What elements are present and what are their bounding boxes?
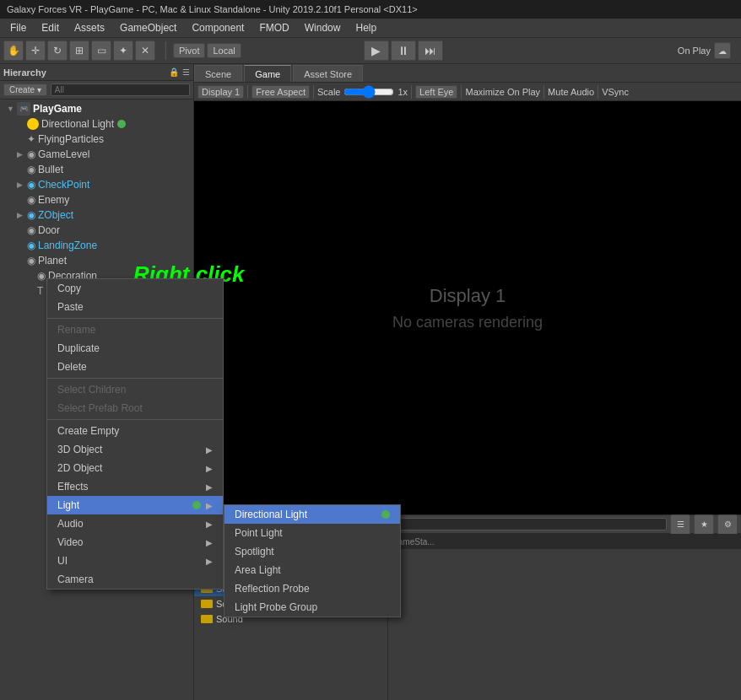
ctx-paste[interactable]: Paste [47, 298, 223, 316]
assets-search-input[interactable] [392, 518, 667, 530]
ctx-select-prefab-root: Select Prefab Root [47, 399, 223, 417]
tree-item-directional-light[interactable]: Directional Light [0, 116, 193, 132]
submenu-light: Directional Light Point Light Spotlight … [224, 504, 401, 617]
rect-tool[interactable]: ▭ [91, 40, 111, 61]
assets-settings-btn[interactable]: ⚙ [717, 514, 738, 535]
tree-item-zobject[interactable]: ▶ ◉ ZObject [0, 207, 193, 223]
subctx-dl-label: Directional Light [235, 509, 307, 520]
game-line1: Display 1 [392, 285, 543, 307]
tree-item-door[interactable]: ◉ Door [0, 223, 193, 238]
menu-assets[interactable]: Assets [68, 20, 111, 35]
tab-game[interactable]: Game [244, 65, 291, 82]
particle-icon: ✦ [27, 133, 35, 145]
pivot-select[interactable]: Pivot [173, 43, 205, 58]
scale-tool[interactable]: ⊞ [69, 40, 89, 61]
checkpoint-icon: ◉ [27, 179, 35, 191]
ctx-sc-label: Select Children [57, 384, 126, 396]
fst-icon: T [37, 285, 43, 297]
ctx-audio-label: Audio [57, 518, 84, 530]
subctx-directional-light[interactable]: Directional Light [224, 505, 400, 524]
folder-icon-scripts [201, 600, 213, 608]
menu-edit[interactable]: Edit [35, 20, 66, 35]
scale-label: Scale [317, 87, 341, 97]
menu-gameobject[interactable]: GameObject [113, 20, 183, 35]
scale-slider[interactable] [343, 85, 394, 99]
tree-item-gamelevel[interactable]: ▶ ◉ GameLevel [0, 147, 193, 162]
ctx-light[interactable]: Light ▶ [47, 496, 223, 514]
hand-tool[interactable]: ✋ [3, 40, 24, 61]
tree-item-planet[interactable]: ◉ Planet [0, 253, 193, 268]
custom-tool[interactable]: ✕ [135, 40, 155, 61]
green-dot-submenu [381, 510, 390, 519]
game-line2: No cameras rendering [392, 314, 543, 331]
pivot-group: Pivot Local [173, 43, 241, 58]
ctx-audio[interactable]: Audio ▶ [47, 514, 223, 533]
ctx-video[interactable]: Video ▶ [47, 533, 223, 552]
display-select[interactable]: Display 1 [197, 85, 244, 99]
ctx-3d-object[interactable]: 3D Object ▶ [47, 440, 223, 459]
ctx-2d-label: 2D Object [57, 462, 102, 474]
ctx-ui[interactable]: UI ▶ [47, 552, 223, 570]
rotate-tool[interactable]: ↻ [47, 40, 68, 61]
menu-component[interactable]: Component [185, 20, 251, 35]
game-sep-6 [598, 85, 598, 99]
pause-button[interactable]: ⏸ [391, 40, 416, 61]
ctx-copy[interactable]: Copy [47, 279, 223, 298]
vsync-label: VSync [602, 87, 629, 97]
scale-value: 1x [398, 87, 408, 97]
ctx-paste-label: Paste [57, 301, 84, 313]
ctx-sep-2 [47, 378, 223, 379]
tree-item-playgame[interactable]: ▼ 🎮 PlayGame [0, 101, 193, 116]
ctx-delete[interactable]: Delete [47, 358, 223, 376]
collab-btn[interactable]: ☁ [714, 42, 731, 59]
tree-item-bullet[interactable]: ◉ Bullet [0, 162, 193, 177]
subctx-spotlight[interactable]: Spotlight [224, 542, 400, 561]
ctx-2d-object[interactable]: 2D Object ▶ [47, 459, 223, 477]
local-select[interactable]: Local [207, 43, 241, 58]
maximize-label: Maximize On Play [465, 87, 540, 97]
hierarchy-toolbar: Create ▾ [0, 81, 193, 100]
tree-label-door: Door [38, 224, 60, 236]
tab-scene[interactable]: Scene [194, 65, 242, 82]
tree-label-enemy: Enemy [38, 194, 69, 206]
ctx-video-arrow: ▶ [206, 538, 213, 547]
menu-fmod[interactable]: FMOD [252, 20, 295, 35]
tree-item-landingzone[interactable]: ◉ LandingZone [0, 238, 193, 253]
lock-icon[interactable]: 🔒 [169, 67, 179, 77]
ctx-audio-arrow: ▶ [206, 520, 213, 529]
transform-tool[interactable]: ✦ [113, 40, 133, 61]
ctx-create-empty[interactable]: Create Empty [47, 422, 223, 440]
hierarchy-icons: 🔒 ☰ [169, 67, 190, 77]
subctx-rp-label: Reflection Probe [235, 583, 310, 595]
tab-asset-store[interactable]: Asset Store [293, 65, 363, 82]
subctx-area-light[interactable]: Area Light [224, 561, 400, 579]
tree-item-flying-particles[interactable]: ✦ FlyingParticles [0, 132, 193, 147]
assets-star-btn[interactable]: ★ [694, 514, 714, 535]
subctx-al-label: Area Light [235, 564, 281, 576]
play-button[interactable]: ▶ [364, 40, 389, 61]
eye-select[interactable]: Left Eye [415, 85, 457, 99]
tree-item-checkpoint[interactable]: ▶ ◉ CheckPoint [0, 177, 193, 192]
ctx-duplicate[interactable]: Duplicate [47, 339, 223, 358]
menu-icon[interactable]: ☰ [182, 67, 190, 77]
hierarchy-tab[interactable]: Hierarchy [3, 67, 46, 78]
hierarchy-create-btn[interactable]: Create ▾ [3, 83, 47, 96]
ctx-effects[interactable]: Effects ▶ [47, 477, 223, 496]
hierarchy-search[interactable] [51, 83, 190, 96]
move-tool[interactable]: ✛ [25, 40, 46, 61]
aspect-select[interactable]: Free Aspect [252, 85, 310, 99]
menu-window[interactable]: Window [298, 20, 348, 35]
menu-file[interactable]: File [3, 20, 33, 35]
tree-item-enemy[interactable]: ◉ Enemy [0, 192, 193, 207]
menu-help[interactable]: Help [349, 20, 383, 35]
assets-filter-btn[interactable]: ☰ [670, 514, 690, 535]
assets-panel: ☰ ★ ⚙ GameSta... [388, 515, 741, 700]
subctx-point-light[interactable]: Point Light [224, 524, 400, 542]
ctx-effects-label: Effects [57, 481, 88, 493]
planet-icon: ◉ [27, 255, 35, 267]
step-button[interactable]: ⏭ [418, 40, 443, 61]
subctx-reflection-probe[interactable]: Reflection Probe [224, 579, 400, 598]
scene-icon: 🎮 [17, 102, 30, 116]
subctx-light-probe-group[interactable]: Light Probe Group [224, 598, 400, 617]
ctx-camera[interactable]: Camera [47, 570, 223, 589]
